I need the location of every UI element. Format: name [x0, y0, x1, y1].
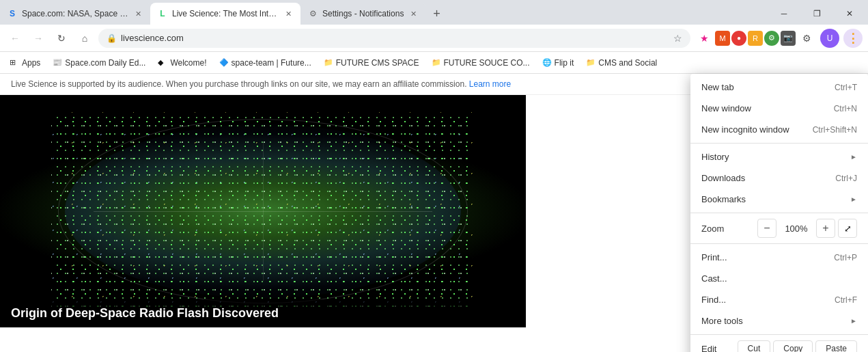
space-team-icon: 🔷	[219, 58, 229, 67]
edit-row: Edit Cut Copy Paste	[690, 338, 868, 352]
tab-space[interactable]: S Space.com: NASA, Space Explora... ✕	[0, 3, 150, 25]
menu-bookmarks-label: Bookmarks	[701, 194, 845, 204]
menu-downloads-label: Downloads	[701, 173, 830, 183]
ext-gear-icon[interactable]: ⚙	[764, 31, 779, 46]
tab-settings[interactable]: ⚙ Settings - Notifications ✕	[300, 3, 425, 25]
menu-bookmarks-arrow: ►	[850, 195, 857, 203]
bookmark-future-cms[interactable]: 📁 FUTURE CMS SPACE	[318, 56, 425, 70]
new-tab-button[interactable]: +	[425, 3, 447, 25]
tab-livescience[interactable]: L Live Science: The Most Interestin... ✕	[150, 3, 300, 25]
tab-favicon-space: S	[7, 8, 18, 19]
bookmark-space-daily[interactable]: 📰 Space.com Daily Ed...	[47, 56, 151, 70]
bookmark-space-daily-label: Space.com Daily Ed...	[65, 58, 145, 68]
home-button[interactable]: ⌂	[75, 29, 94, 48]
apps-grid-icon: ⊞	[10, 58, 19, 67]
tab-title-space: Space.com: NASA, Space Explora...	[22, 9, 128, 18]
menu-new-window-label: New window	[701, 103, 828, 113]
menu-print[interactable]: Print... Ctrl+P	[690, 247, 868, 268]
zoom-control: Zoom − 100% + ⤢	[690, 216, 868, 241]
profile-avatar[interactable]: U	[820, 29, 839, 48]
bookmark-apps-label: Apps	[22, 58, 40, 68]
paste-button[interactable]: Paste	[815, 340, 857, 352]
bookmark-flip-it-label: Flip it	[555, 58, 574, 68]
menu-incognito[interactable]: New incognito window Ctrl+Shift+N	[690, 119, 868, 140]
cut-button[interactable]: Cut	[738, 340, 771, 352]
url-bar[interactable]: 🔒 livescience.com ☆	[98, 29, 690, 48]
zoom-in-button[interactable]: +	[816, 219, 835, 238]
menu-print-shortcut: Ctrl+P	[834, 253, 857, 262]
menu-history-label: History	[701, 152, 845, 162]
bookmarks-bar: ⊞ Apps 📰 Space.com Daily Ed... ◆ Welcome…	[0, 52, 868, 74]
bookmark-welcome-label: Welcome!	[170, 58, 206, 68]
tab-close-settings[interactable]: ✕	[408, 8, 419, 19]
galaxy-visualization	[0, 95, 526, 327]
tab-close-livescience[interactable]: ✕	[283, 8, 294, 19]
tab-title-settings: Settings - Notifications	[322, 9, 404, 18]
tab-spacer	[447, 3, 768, 25]
forward-button[interactable]: →	[29, 29, 48, 48]
menu-history[interactable]: History ►	[690, 146, 868, 167]
bookmark-welcome[interactable]: ◆ Welcome!	[152, 56, 212, 70]
bookmark-future-souce-label: FUTURE SOUCE CO...	[444, 58, 530, 68]
main-content: Live Science is supported by its audienc…	[0, 74, 868, 352]
ext-screenshot-icon[interactable]: 📷	[781, 31, 796, 46]
bookmark-apps[interactable]: ⊞ Apps	[4, 56, 46, 70]
bookmark-cms-social[interactable]: 📁 CMS and Social	[580, 56, 662, 70]
menu-bookmarks[interactable]: Bookmarks ►	[690, 189, 868, 210]
edit-label: Edit	[701, 344, 735, 353]
ext-mail-icon[interactable]: M	[715, 31, 730, 46]
bookmark-space-team[interactable]: 🔷 space-team | Future...	[214, 56, 317, 70]
welcome-icon: ◆	[158, 58, 167, 67]
chrome-menu-button[interactable]: ⋮	[843, 29, 863, 48]
menu-new-window-shortcut: Ctrl+N	[834, 104, 857, 113]
flip-it-icon: 🌐	[542, 58, 552, 67]
menu-downloads-shortcut: Ctrl+J	[835, 174, 857, 183]
maximize-button[interactable]: ❐	[801, 3, 832, 25]
bookmark-flip-it[interactable]: 🌐 Flip it	[537, 56, 580, 70]
menu-history-arrow: ►	[850, 153, 857, 161]
ext-settings-icon[interactable]: ⚙	[797, 29, 816, 48]
reload-button[interactable]: ↻	[52, 29, 71, 48]
menu-divider-4	[690, 334, 868, 335]
zoom-label: Zoom	[701, 224, 755, 234]
affiliate-learn-more-link[interactable]: Learn more	[469, 79, 511, 89]
zoom-fullscreen-button[interactable]: ⤢	[838, 219, 857, 238]
bookmark-cms-social-label: CMS and Social	[598, 58, 657, 68]
ext-puzzle-icon[interactable]: R	[748, 31, 763, 46]
article-caption: Origin of Deep-Space Radio Flash Discove…	[0, 299, 526, 327]
menu-more-tools[interactable]: More tools ►	[690, 310, 868, 331]
ext-bookmark-icon[interactable]: ★	[695, 29, 714, 48]
minimize-button[interactable]: ─	[768, 3, 800, 25]
tab-bar: S Space.com: NASA, Space Explora... ✕ L …	[0, 0, 868, 25]
space-daily-icon: 📰	[53, 58, 62, 67]
tab-close-space[interactable]: ✕	[132, 8, 143, 19]
menu-incognito-label: New incognito window	[701, 124, 807, 135]
menu-incognito-shortcut: Ctrl+Shift+N	[813, 125, 857, 135]
bookmark-star-icon[interactable]: ☆	[673, 33, 682, 44]
menu-downloads[interactable]: Downloads Ctrl+J	[690, 167, 868, 189]
bookmark-future-cms-label: FUTURE CMS SPACE	[336, 58, 419, 68]
future-cms-folder-icon: 📁	[324, 58, 333, 67]
ext-record-icon[interactable]: ●	[731, 31, 746, 46]
close-button[interactable]: ✕	[834, 3, 865, 25]
tab-favicon-livescience: L	[157, 8, 168, 19]
menu-more-tools-arrow: ►	[850, 317, 857, 325]
cms-social-folder-icon: 📁	[586, 58, 596, 67]
menu-new-tab-shortcut: Ctrl+T	[835, 83, 857, 92]
chrome-dropdown-menu: New tab Ctrl+T New window Ctrl+N New inc…	[690, 74, 868, 352]
menu-find-label: Find...	[701, 295, 829, 305]
address-bar: ← → ↻ ⌂ 🔒 livescience.com ☆ ★ M ● R ⚙ 📷 …	[0, 25, 868, 52]
menu-new-window[interactable]: New window Ctrl+N	[690, 98, 868, 119]
zoom-value: 100%	[779, 224, 813, 234]
menu-new-tab[interactable]: New tab Ctrl+T	[690, 77, 868, 98]
back-button[interactable]: ←	[5, 29, 25, 48]
lock-icon: 🔒	[107, 33, 117, 43]
menu-find[interactable]: Find... Ctrl+F	[690, 289, 868, 310]
menu-divider-1	[690, 143, 868, 144]
tab-title-livescience: Live Science: The Most Interestin...	[172, 9, 279, 18]
bookmark-future-souce[interactable]: 📁 FUTURE SOUCE CO...	[426, 56, 535, 70]
zoom-out-button[interactable]: −	[757, 219, 776, 238]
menu-cast[interactable]: Cast...	[690, 268, 868, 289]
affiliate-notice: Live Science is supported by its audienc…	[0, 74, 718, 95]
copy-button[interactable]: Copy	[773, 340, 813, 352]
